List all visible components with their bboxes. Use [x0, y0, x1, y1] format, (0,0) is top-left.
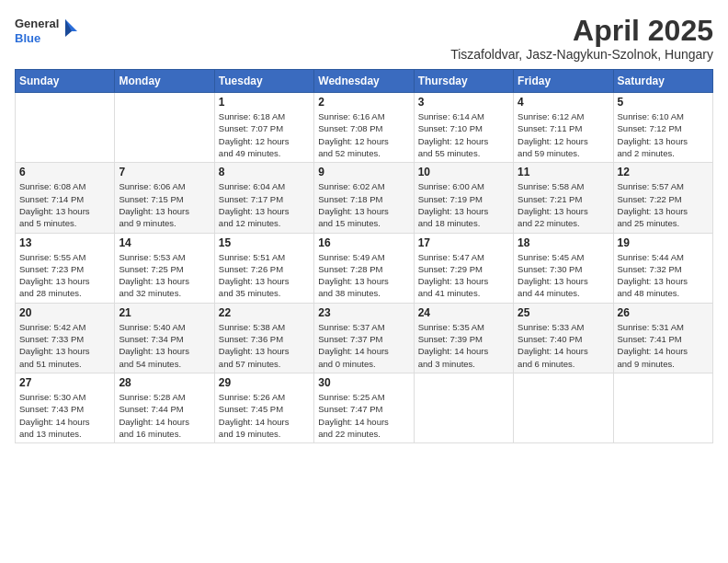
day-number: 3	[418, 96, 509, 109]
calendar-cell: 22Sunrise: 5:38 AM Sunset: 7:36 PM Dayli…	[214, 303, 313, 373]
month-title: April 2025	[450, 15, 713, 47]
weekday-header-friday: Friday	[514, 70, 613, 93]
day-number: 1	[219, 96, 310, 109]
calendar-cell: 8Sunrise: 6:04 AM Sunset: 7:17 PM Daylig…	[214, 163, 313, 233]
day-info: Sunrise: 6:06 AM Sunset: 7:15 PM Dayligh…	[119, 180, 210, 229]
calendar-cell: 24Sunrise: 5:35 AM Sunset: 7:39 PM Dayli…	[414, 303, 513, 373]
day-info: Sunrise: 5:45 AM Sunset: 7:30 PM Dayligh…	[518, 251, 609, 300]
calendar-cell: 19Sunrise: 5:44 AM Sunset: 7:32 PM Dayli…	[613, 233, 712, 303]
calendar-cell: 13Sunrise: 5:55 AM Sunset: 7:23 PM Dayli…	[16, 233, 115, 303]
day-info: Sunrise: 5:33 AM Sunset: 7:40 PM Dayligh…	[518, 321, 609, 370]
logo-icon: GeneralBlue	[15, 15, 79, 48]
day-info: Sunrise: 5:55 AM Sunset: 7:23 PM Dayligh…	[19, 251, 110, 300]
day-info: Sunrise: 5:57 AM Sunset: 7:22 PM Dayligh…	[618, 180, 709, 229]
day-info: Sunrise: 6:14 AM Sunset: 7:10 PM Dayligh…	[418, 110, 509, 159]
day-info: Sunrise: 5:44 AM Sunset: 7:32 PM Dayligh…	[618, 251, 709, 300]
day-number: 6	[19, 166, 110, 178]
day-info: Sunrise: 5:51 AM Sunset: 7:26 PM Dayligh…	[219, 251, 310, 300]
calendar-cell: 1Sunrise: 6:18 AM Sunset: 7:07 PM Daylig…	[214, 93, 313, 163]
day-info: Sunrise: 5:53 AM Sunset: 7:25 PM Dayligh…	[119, 251, 210, 300]
calendar-cell: 26Sunrise: 5:31 AM Sunset: 7:41 PM Dayli…	[613, 303, 712, 373]
calendar-week-1: 1Sunrise: 6:18 AM Sunset: 7:07 PM Daylig…	[16, 93, 713, 163]
day-number: 29	[219, 376, 310, 389]
day-info: Sunrise: 5:35 AM Sunset: 7:39 PM Dayligh…	[418, 321, 509, 370]
day-number: 23	[318, 306, 409, 319]
day-number: 5	[618, 96, 709, 109]
calendar-cell: 15Sunrise: 5:51 AM Sunset: 7:26 PM Dayli…	[214, 233, 313, 303]
calendar-cell: 21Sunrise: 5:40 AM Sunset: 7:34 PM Dayli…	[115, 303, 214, 373]
calendar-cell: 29Sunrise: 5:26 AM Sunset: 7:45 PM Dayli…	[214, 373, 313, 442]
weekday-header-tuesday: Tuesday	[214, 70, 313, 93]
calendar-cell	[613, 373, 712, 442]
day-number: 28	[119, 376, 210, 389]
day-number: 13	[19, 236, 110, 249]
calendar-cell: 20Sunrise: 5:42 AM Sunset: 7:33 PM Dayli…	[16, 303, 115, 373]
day-number: 12	[618, 166, 709, 178]
day-number: 11	[518, 166, 609, 178]
day-number: 18	[518, 236, 609, 249]
day-info: Sunrise: 6:02 AM Sunset: 7:18 PM Dayligh…	[318, 180, 409, 229]
day-number: 24	[418, 306, 509, 319]
day-number: 14	[119, 236, 210, 249]
day-number: 30	[318, 376, 409, 389]
calendar-week-5: 27Sunrise: 5:30 AM Sunset: 7:43 PM Dayli…	[16, 373, 713, 442]
day-number: 21	[119, 306, 210, 319]
calendar-cell: 27Sunrise: 5:30 AM Sunset: 7:43 PM Dayli…	[16, 373, 115, 442]
calendar-cell: 14Sunrise: 5:53 AM Sunset: 7:25 PM Dayli…	[115, 233, 214, 303]
day-info: Sunrise: 5:49 AM Sunset: 7:28 PM Dayligh…	[318, 251, 409, 300]
calendar-cell: 7Sunrise: 6:06 AM Sunset: 7:15 PM Daylig…	[115, 163, 214, 233]
calendar-week-4: 20Sunrise: 5:42 AM Sunset: 7:33 PM Dayli…	[16, 303, 713, 373]
weekday-header-wednesday: Wednesday	[314, 70, 414, 93]
day-info: Sunrise: 6:10 AM Sunset: 7:12 PM Dayligh…	[618, 110, 709, 159]
calendar-cell	[115, 93, 214, 163]
day-info: Sunrise: 6:00 AM Sunset: 7:19 PM Dayligh…	[418, 180, 509, 229]
day-info: Sunrise: 6:08 AM Sunset: 7:14 PM Dayligh…	[19, 180, 110, 229]
calendar-cell: 5Sunrise: 6:10 AM Sunset: 7:12 PM Daylig…	[613, 93, 712, 163]
calendar-cell: 28Sunrise: 5:28 AM Sunset: 7:44 PM Dayli…	[115, 373, 214, 442]
calendar-cell: 10Sunrise: 6:00 AM Sunset: 7:19 PM Dayli…	[414, 163, 513, 233]
calendar-cell: 2Sunrise: 6:16 AM Sunset: 7:08 PM Daylig…	[314, 93, 414, 163]
day-info: Sunrise: 5:28 AM Sunset: 7:44 PM Dayligh…	[119, 391, 210, 440]
day-number: 15	[219, 236, 310, 249]
calendar-week-3: 13Sunrise: 5:55 AM Sunset: 7:23 PM Dayli…	[16, 233, 713, 303]
calendar-cell: 9Sunrise: 6:02 AM Sunset: 7:18 PM Daylig…	[314, 163, 414, 233]
day-info: Sunrise: 6:18 AM Sunset: 7:07 PM Dayligh…	[219, 110, 310, 159]
calendar-cell	[514, 373, 613, 442]
calendar-cell: 23Sunrise: 5:37 AM Sunset: 7:37 PM Dayli…	[314, 303, 414, 373]
svg-text:General: General	[15, 17, 59, 30]
day-info: Sunrise: 5:30 AM Sunset: 7:43 PM Dayligh…	[19, 391, 110, 440]
calendar-cell: 16Sunrise: 5:49 AM Sunset: 7:28 PM Dayli…	[314, 233, 414, 303]
day-number: 20	[19, 306, 110, 319]
day-info: Sunrise: 5:38 AM Sunset: 7:36 PM Dayligh…	[219, 321, 310, 370]
calendar-cell: 11Sunrise: 5:58 AM Sunset: 7:21 PM Dayli…	[514, 163, 613, 233]
weekday-header-monday: Monday	[115, 70, 214, 93]
weekday-header-saturday: Saturday	[613, 70, 712, 93]
day-number: 8	[219, 166, 310, 178]
day-number: 9	[318, 166, 409, 178]
day-info: Sunrise: 6:04 AM Sunset: 7:17 PM Dayligh…	[219, 180, 310, 229]
weekday-header-sunday: Sunday	[16, 70, 115, 93]
day-number: 2	[318, 96, 409, 109]
day-info: Sunrise: 5:37 AM Sunset: 7:37 PM Dayligh…	[318, 321, 409, 370]
day-number: 4	[518, 96, 609, 109]
calendar-cell: 18Sunrise: 5:45 AM Sunset: 7:30 PM Dayli…	[514, 233, 613, 303]
day-info: Sunrise: 5:58 AM Sunset: 7:21 PM Dayligh…	[518, 180, 609, 229]
calendar-cell: 12Sunrise: 5:57 AM Sunset: 7:22 PM Dayli…	[613, 163, 712, 233]
day-number: 7	[119, 166, 210, 178]
calendar-cell	[414, 373, 513, 442]
day-info: Sunrise: 5:40 AM Sunset: 7:34 PM Dayligh…	[119, 321, 210, 370]
weekday-header-row: SundayMondayTuesdayWednesdayThursdayFrid…	[16, 70, 713, 93]
day-info: Sunrise: 5:26 AM Sunset: 7:45 PM Dayligh…	[219, 391, 310, 440]
day-info: Sunrise: 6:12 AM Sunset: 7:11 PM Dayligh…	[518, 110, 609, 159]
svg-text:Blue: Blue	[15, 31, 40, 45]
calendar-cell: 6Sunrise: 6:08 AM Sunset: 7:14 PM Daylig…	[16, 163, 115, 233]
calendar-table: SundayMondayTuesdayWednesdayThursdayFrid…	[15, 69, 713, 443]
calendar-cell: 17Sunrise: 5:47 AM Sunset: 7:29 PM Dayli…	[414, 233, 513, 303]
page-header: GeneralBlue April 2025 Tiszafoldvar, Jas…	[15, 15, 713, 62]
day-number: 26	[618, 306, 709, 319]
calendar-cell: 25Sunrise: 5:33 AM Sunset: 7:40 PM Dayli…	[514, 303, 613, 373]
logo: GeneralBlue	[15, 15, 79, 48]
day-info: Sunrise: 6:16 AM Sunset: 7:08 PM Dayligh…	[318, 110, 409, 159]
day-info: Sunrise: 5:47 AM Sunset: 7:29 PM Dayligh…	[418, 251, 509, 300]
day-info: Sunrise: 5:42 AM Sunset: 7:33 PM Dayligh…	[19, 321, 110, 370]
